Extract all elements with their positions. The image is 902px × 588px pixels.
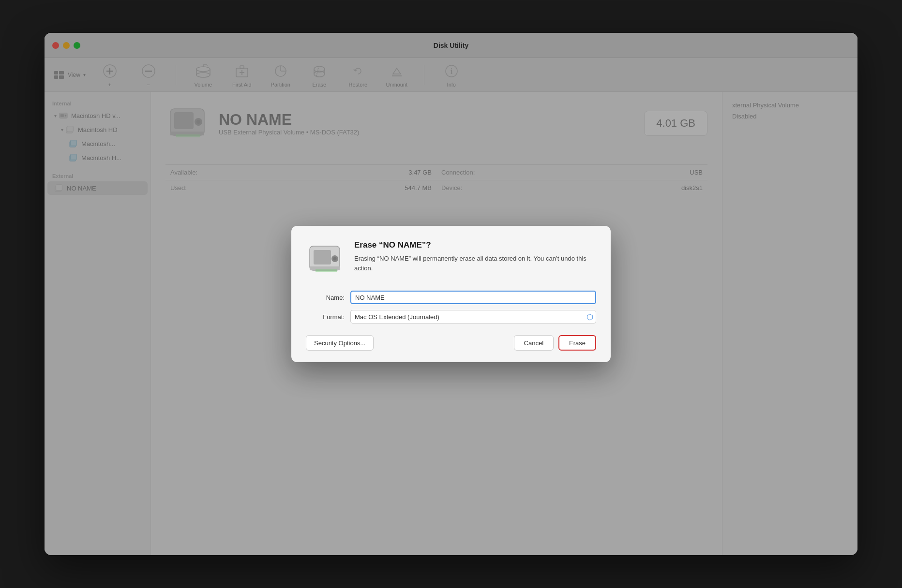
cancel-button[interactable]: Cancel <box>514 335 554 351</box>
dialog-text: Erase “NO NAME”? Erasing “NO NAME” will … <box>354 240 596 279</box>
name-row: Name: <box>306 291 596 304</box>
erase-dialog: Erase “NO NAME”? Erasing “NO NAME” will … <box>291 226 611 362</box>
button-group: Cancel Erase <box>514 335 596 351</box>
dialog-disk-icon <box>306 240 345 279</box>
dialog-overlay: Erase “NO NAME”? Erasing “NO NAME” will … <box>45 33 857 555</box>
dialog-form: Name: Format: Mac OS Extended (Journaled… <box>306 291 596 323</box>
dialog-header: Erase “NO NAME”? Erasing “NO NAME” will … <box>306 240 596 279</box>
format-label: Format: <box>306 313 345 321</box>
dialog-message: Erasing “NO NAME” will permanently erase… <box>354 254 596 273</box>
svg-rect-48 <box>314 250 331 265</box>
erase-button-dialog[interactable]: Erase <box>558 335 596 351</box>
security-options-button[interactable]: Security Options... <box>306 335 374 351</box>
svg-rect-52 <box>316 269 337 272</box>
dialog-buttons: Security Options... Cancel Erase <box>306 335 596 351</box>
svg-point-50 <box>333 257 337 261</box>
dialog-title: Erase “NO NAME”? <box>354 240 596 250</box>
format-select[interactable]: Mac OS Extended (Journaled) Mac OS Exten… <box>350 310 596 323</box>
format-select-wrapper: Mac OS Extended (Journaled) Mac OS Exten… <box>350 310 596 323</box>
app-window: Disk Utility View ▾ + <box>45 33 857 555</box>
name-input[interactable] <box>350 291 596 304</box>
format-row: Format: Mac OS Extended (Journaled) Mac … <box>306 310 596 323</box>
name-label: Name: <box>306 294 345 301</box>
